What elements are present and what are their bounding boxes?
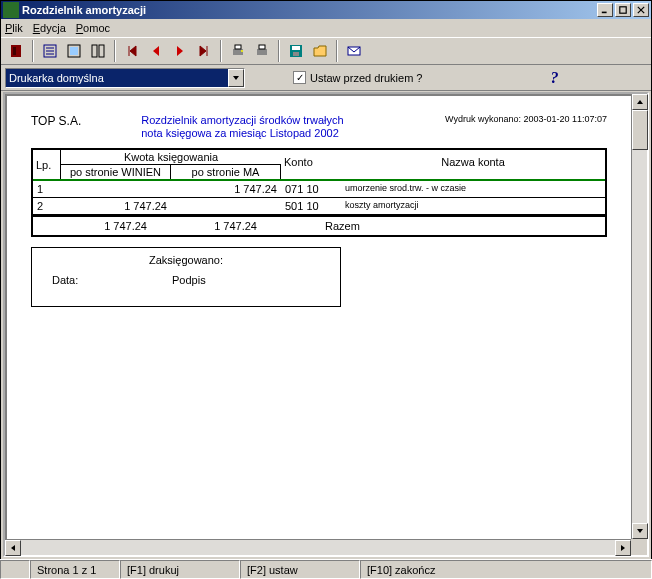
cell-lp: 2 <box>33 198 61 214</box>
svg-rect-0 <box>602 12 607 14</box>
window-title: Rozdzielnik amortyzacji <box>22 4 146 16</box>
svg-rect-10 <box>92 45 97 57</box>
booked-label: Zaksięgowano: <box>52 254 320 266</box>
svg-rect-19 <box>293 52 299 56</box>
toolbar-secondary: Drukarka domyślna ✓ Ustaw przed drukiem … <box>1 65 651 91</box>
scroll-right-button[interactable] <box>615 540 631 556</box>
cell-nazwa: koszty amortyzacji <box>341 198 605 214</box>
close-button[interactable] <box>633 3 649 17</box>
toolbar <box>1 37 651 65</box>
printer-combo-value: Drukarka domyślna <box>6 69 228 87</box>
set-before-print-label: Ustaw przed drukiem ? <box>310 72 423 84</box>
total-ma: 1 747.24 <box>151 217 261 235</box>
col-winien: po stronie WINIEN <box>61 165 171 179</box>
report-page: TOP S.A. Rozdzielnik amortyzacji środków… <box>17 104 621 317</box>
svg-rect-15 <box>257 49 267 55</box>
print-setup-button[interactable] <box>227 40 249 62</box>
scroll-thumb[interactable] <box>632 110 648 150</box>
cell-konto: 501 10 <box>281 198 341 214</box>
col-ma: po stronie MA <box>171 165 281 179</box>
view-mode-1-button[interactable] <box>39 40 61 62</box>
menu-help[interactable]: Pomoc <box>76 22 110 34</box>
company-name: TOP S.A. <box>31 114 81 128</box>
set-before-print-checkbox[interactable]: ✓ <box>293 71 306 84</box>
entries-table: Lp. Kwota księgowania po stronie WINIEN … <box>31 148 607 237</box>
svg-rect-18 <box>292 46 300 50</box>
total-label: Razem <box>321 217 605 235</box>
maximize-button[interactable] <box>615 3 631 17</box>
title-bar: Rozdzielnik amortyzacji <box>1 1 651 19</box>
mail-button[interactable] <box>343 40 365 62</box>
print-button[interactable] <box>251 40 273 62</box>
col-nazwa: Nazwa konta <box>341 150 605 179</box>
signature-label: Podpis <box>172 274 206 286</box>
table-row: 1 1 747.24 071 10 umorzenie srod.trw. - … <box>33 181 605 198</box>
menu-file[interactable]: Plik <box>5 22 23 34</box>
view-mode-2-button[interactable] <box>63 40 85 62</box>
save-button[interactable] <box>285 40 307 62</box>
scroll-up-button[interactable] <box>632 94 648 110</box>
minimize-button[interactable] <box>597 3 613 17</box>
status-f10: [F10] zakończ <box>360 560 652 579</box>
svg-rect-16 <box>259 45 265 49</box>
svg-rect-13 <box>235 45 241 49</box>
col-konto: Konto <box>281 150 341 179</box>
svg-rect-11 <box>99 45 104 57</box>
menu-bar: Plik Edycja Pomoc <box>1 19 651 37</box>
help-icon[interactable]: ? <box>551 69 559 87</box>
svg-rect-3 <box>13 47 16 55</box>
last-page-button[interactable] <box>193 40 215 62</box>
svg-rect-9 <box>70 47 78 55</box>
open-button[interactable] <box>309 40 331 62</box>
app-icon <box>3 2 19 18</box>
cell-lp: 1 <box>33 181 61 197</box>
cell-ma: 1 747.24 <box>171 181 281 197</box>
svg-rect-12 <box>233 49 243 55</box>
col-lp: Lp. <box>33 150 61 179</box>
first-page-button[interactable] <box>121 40 143 62</box>
report-title-2: nota księgowa za miesiąc Listopad 2002 <box>141 127 343 140</box>
svg-rect-1 <box>620 7 626 13</box>
printer-combo[interactable]: Drukarka domyślna <box>5 68 245 88</box>
date-label: Data: <box>52 274 172 286</box>
vertical-scrollbar[interactable] <box>631 94 647 539</box>
status-page: Strona 1 z 1 <box>30 560 120 579</box>
chevron-down-icon[interactable] <box>228 69 244 87</box>
table-footer: 1 747.24 1 747.24 Razem <box>33 215 605 235</box>
svg-point-14 <box>241 50 243 52</box>
view-mode-3-button[interactable] <box>87 40 109 62</box>
cell-konto: 071 10 <box>281 181 341 197</box>
table-header: Lp. Kwota księgowania po stronie WINIEN … <box>33 150 605 181</box>
status-cell-empty <box>0 560 30 579</box>
col-kwota: Kwota księgowania <box>61 150 281 165</box>
document-viewport: TOP S.A. Rozdzielnik amortyzacji środków… <box>3 92 649 557</box>
report-title-block: Rozdzielnik amortyzacji środków trwałych… <box>141 114 343 140</box>
total-winien: 1 747.24 <box>41 217 151 235</box>
exit-button[interactable] <box>5 40 27 62</box>
table-row: 2 1 747.24 501 10 koszty amortyzacji <box>33 198 605 215</box>
cell-ma <box>171 198 281 214</box>
cell-winien <box>61 181 171 197</box>
signature-box: Zaksięgowano: Data: Podpis <box>31 247 341 307</box>
horizontal-scrollbar[interactable] <box>5 539 631 555</box>
scroll-down-button[interactable] <box>632 523 648 539</box>
scroll-left-button[interactable] <box>5 540 21 556</box>
cell-winien: 1 747.24 <box>61 198 171 214</box>
next-page-button[interactable] <box>169 40 191 62</box>
status-f2: [F2] ustaw <box>240 560 360 579</box>
status-bar: Strona 1 z 1 [F1] drukuj [F2] ustaw [F10… <box>0 559 652 579</box>
cell-nazwa: umorzenie srod.trw. - w czasie <box>341 181 605 197</box>
prev-page-button[interactable] <box>145 40 167 62</box>
print-timestamp: Wydruk wykonano: 2003-01-20 11:07:07 <box>445 114 607 124</box>
status-f1: [F1] drukuj <box>120 560 240 579</box>
report-title-1: Rozdzielnik amortyzacji środków trwałych <box>141 114 343 127</box>
menu-edit[interactable]: Edycja <box>33 22 66 34</box>
